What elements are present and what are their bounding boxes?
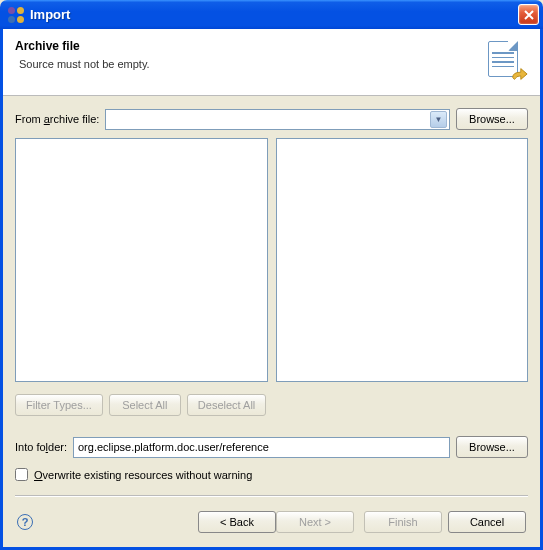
overwrite-row: Overwrite existing resources without war… — [15, 468, 528, 481]
overwrite-label: Overwrite existing resources without war… — [34, 469, 252, 481]
close-button[interactable] — [518, 4, 539, 25]
cancel-button[interactable]: Cancel — [448, 511, 526, 533]
select-all-button[interactable]: Select All — [109, 394, 181, 416]
next-button[interactable]: Next > — [276, 511, 354, 533]
title-bar: Import — [0, 0, 543, 29]
browse-archive-button[interactable]: Browse... — [456, 108, 528, 130]
filter-types-button[interactable]: Filter Types... — [15, 394, 103, 416]
window-body: Archive file Source must not be empty. F… — [0, 29, 543, 550]
from-archive-row: From archive file: ▼ Browse... — [15, 108, 528, 130]
chevron-down-icon[interactable]: ▼ — [430, 111, 447, 128]
content-area: From archive file: ▼ Browse... Filter Ty… — [3, 96, 540, 487]
into-folder-row: Into folder: Browse... — [15, 436, 528, 458]
deselect-all-button[interactable]: Deselect All — [187, 394, 266, 416]
into-folder-field[interactable] — [73, 437, 450, 458]
window-title: Import — [28, 7, 518, 22]
tree-list-panels — [15, 138, 528, 382]
wizard-banner: Archive file Source must not be empty. — [3, 29, 540, 96]
from-archive-label: From archive file: — [15, 113, 99, 125]
back-button[interactable]: < Back — [198, 511, 276, 533]
folder-tree[interactable] — [15, 138, 268, 382]
overwrite-checkbox[interactable] — [15, 468, 28, 481]
from-archive-combo[interactable]: ▼ — [105, 109, 450, 130]
banner-message: Source must not be empty. — [15, 58, 476, 70]
into-folder-label: Into folder: — [15, 441, 67, 453]
finish-button[interactable]: Finish — [364, 511, 442, 533]
banner-title: Archive file — [15, 39, 476, 53]
eclipse-icon — [8, 7, 24, 23]
wizard-footer: ? < Back Next > Finish Cancel — [3, 497, 540, 547]
selection-buttons: Filter Types... Select All Deselect All — [15, 394, 528, 416]
browse-folder-button[interactable]: Browse... — [456, 436, 528, 458]
file-list[interactable] — [276, 138, 529, 382]
help-icon[interactable]: ? — [17, 514, 33, 530]
import-icon — [484, 39, 528, 83]
